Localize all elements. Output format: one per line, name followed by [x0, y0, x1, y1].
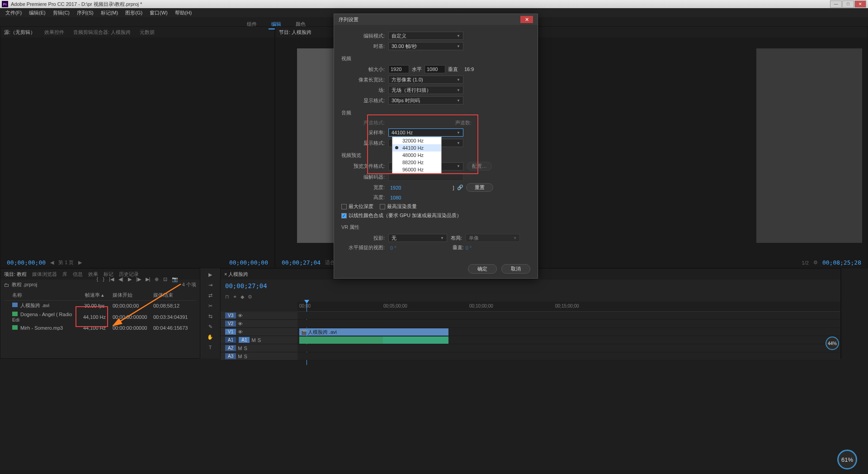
source-timecode[interactable]: 00;00;00;00 — [7, 259, 46, 266]
resolution-selector[interactable]: 1/2 — [802, 260, 809, 265]
link-icon[interactable]: 🔗 — [457, 185, 463, 190]
menu-window[interactable]: 窗口(W) — [146, 9, 171, 16]
goto-in-icon[interactable]: |◀ — [109, 276, 114, 282]
program-timecode[interactable]: 00;00;27;04 — [282, 259, 321, 266]
insert-icon[interactable]: ⊕ — [155, 276, 159, 282]
dialog-close-button[interactable]: ✕ — [520, 16, 533, 23]
reset-button[interactable]: 重置 — [466, 183, 493, 192]
type-tool-icon[interactable]: T — [209, 345, 212, 350]
sample-rate-option[interactable]: 48000 Hz — [392, 152, 441, 159]
chevron-down-icon: ▼ — [440, 236, 444, 240]
info-tab[interactable]: 信息 — [73, 271, 83, 278]
projection-select[interactable]: 无▼ — [388, 234, 447, 242]
track-header-v3[interactable]: V3👁 — [221, 312, 297, 319]
timebase-select[interactable]: 30.00 帧/秒▼ — [388, 42, 463, 50]
sample-rate-option[interactable]: 44100 Hz — [392, 144, 441, 152]
sequence-settings-dialog: 序列设置 ✕ 编辑模式:自定义▼ 时基:30.00 帧/秒▼ 视频 帧大小: 水… — [334, 14, 538, 279]
menu-sequence[interactable]: 序列(S) — [73, 9, 97, 16]
track-select-icon[interactable]: ⇥ — [208, 282, 212, 288]
menu-file[interactable]: 文件(F) — [2, 9, 25, 16]
video-clip[interactable]: 🎬 人模脸跨 .avi — [299, 328, 448, 336]
ok-button[interactable]: 确定 — [468, 264, 497, 274]
step-back-icon[interactable]: ◀| — [118, 276, 123, 282]
track-header-a1[interactable]: A1A1MS — [221, 336, 297, 344]
col-name[interactable]: 名称 — [4, 292, 76, 299]
frame-width-input[interactable] — [388, 65, 409, 73]
config-button[interactable]: 配置… — [467, 162, 492, 171]
effect-controls-tab[interactable]: 效果控件 — [44, 29, 64, 36]
ripple-edit-icon[interactable]: ⇄ — [208, 293, 212, 299]
sample-rate-option[interactable]: 96000 Hz — [392, 166, 441, 173]
goto-out-icon[interactable]: ▶| — [146, 276, 151, 282]
preview-width[interactable]: 1920 — [388, 185, 403, 190]
sample-rate-option[interactable]: 88200 Hz — [392, 159, 441, 166]
mark-out-icon[interactable]: } — [103, 276, 104, 282]
chevron-down-icon: ▼ — [457, 88, 460, 92]
linked-selection-icon[interactable]: ⚭ — [233, 294, 237, 300]
sample-rate-option[interactable]: 32000 Hz — [392, 137, 441, 144]
pen-tool-icon[interactable]: ✎ — [208, 324, 212, 330]
export-frame-icon[interactable]: 📷 — [172, 276, 178, 282]
tools-panel: ▶ ⇥ ⇄ ✂ ⇆ ✎ ✋ T — [200, 268, 220, 359]
settings-icon[interactable]: ⚙ — [248, 294, 252, 300]
metadata-tab[interactable]: 元数据 — [140, 29, 155, 36]
table-row[interactable]: Mirh - Somero.mp3 44,100 Hz 00:00:00:000… — [4, 324, 196, 332]
timeline-ruler[interactable]: 00;00 00;05;00;00 00;10;00;00 00;15;00;0… — [297, 302, 840, 312]
maximize-button[interactable]: □ — [842, 0, 854, 8]
timeline-sequence-tab[interactable]: × 人模脸跨 — [224, 271, 248, 278]
track-header-v2[interactable]: V2👁 — [221, 320, 297, 327]
col-framerate[interactable]: 帧速率 ▴ — [76, 292, 113, 299]
source-timecode-right: 00;00;00;00 — [229, 259, 268, 266]
close-button[interactable]: ✕ — [854, 0, 866, 8]
program-tab[interactable]: 节目: 人模脸跨 — [279, 29, 311, 36]
hand-tool-icon[interactable]: ✋ — [207, 334, 213, 340]
fields-select[interactable]: 无场（逐行扫描）▼ — [388, 86, 463, 94]
timeline-timecode[interactable]: 00;00;27;04 — [225, 282, 267, 289]
cancel-button[interactable]: 取消 — [501, 264, 530, 274]
window-title: Adobe Premiere Pro CC 2017 - D:\pr 视频目录\… — [11, 1, 142, 8]
library-tab[interactable]: 库 — [62, 271, 67, 278]
audio-mixer-tab[interactable]: 音频剪辑混合器: 人模脸跨 — [73, 29, 131, 36]
overwrite-icon[interactable]: ⊡ — [163, 276, 167, 282]
pixel-aspect-select[interactable]: 方形像素 (1.0)▼ — [388, 76, 463, 84]
menu-markers[interactable]: 标记(M) — [97, 9, 122, 16]
source-tab[interactable]: 源:（无剪辑） — [4, 29, 35, 36]
table-row[interactable]: 人模脸跨 .avi 30.00 fps 00;00;00;00 00;08;58… — [4, 301, 196, 310]
play-icon[interactable]: ▶ — [128, 276, 132, 282]
slip-tool-icon[interactable]: ⇆ — [208, 313, 212, 319]
track-header-v1[interactable]: V1👁 — [221, 328, 297, 336]
source-monitor-panel: 源:（无剪辑） 效果控件 音频剪辑混合器: 人模脸跨 元数据 00;00;00;… — [0, 26, 275, 268]
track-header-a2[interactable]: A2MS — [221, 344, 297, 352]
settings-icon[interactable]: ⚙ — [813, 260, 818, 265]
selection-tool-icon[interactable]: ▶ — [208, 272, 212, 278]
audio-clip[interactable] — [299, 337, 383, 344]
audio-clip[interactable] — [383, 337, 448, 344]
snap-icon[interactable]: ⊓ — [225, 294, 229, 300]
menu-help[interactable]: 帮助(H) — [171, 9, 195, 16]
preview-height[interactable]: 1080 — [388, 195, 403, 200]
col-media-end[interactable]: 媒体结束 — [153, 292, 194, 299]
menu-graphics[interactable]: 图形(G) — [122, 9, 146, 16]
workspace-tab-components[interactable]: 组件 — [244, 20, 259, 29]
media-browser-tab[interactable]: 媒体浏览器 — [32, 271, 57, 278]
linear-color-checkbox[interactable]: ✓ — [341, 213, 347, 218]
max-quality-checkbox[interactable] — [380, 204, 385, 209]
sample-rate-select[interactable]: 44100 Hz▼ — [388, 128, 463, 137]
audio-icon — [12, 312, 18, 316]
table-row[interactable]: Dogena - Angel ( Radio Edi 44,100 Hz 00:… — [4, 310, 196, 324]
track-header-a3[interactable]: A3MS — [221, 352, 297, 360]
project-tab[interactable]: 项目: 教程 — [4, 271, 27, 278]
edit-mode-select[interactable]: 自定义▼ — [388, 32, 463, 40]
video-display-format-select[interactable]: 30fps 时间码▼ — [388, 96, 463, 104]
razor-tool-icon[interactable]: ✂ — [208, 303, 212, 309]
max-depth-checkbox[interactable] — [341, 204, 347, 209]
minimize-button[interactable]: — — [830, 0, 842, 8]
frame-height-input[interactable] — [425, 65, 445, 73]
col-media-start[interactable]: 媒体开始 — [113, 292, 153, 299]
menu-clip[interactable]: 剪辑(C) — [49, 9, 73, 16]
chevron-down-icon: ▼ — [457, 78, 460, 82]
marker-icon[interactable]: ◆ — [241, 294, 244, 300]
menu-edit[interactable]: 编辑(E) — [25, 9, 49, 16]
step-fwd-icon[interactable]: |▶ — [136, 276, 141, 282]
mark-in-icon[interactable]: { — [97, 276, 99, 282]
